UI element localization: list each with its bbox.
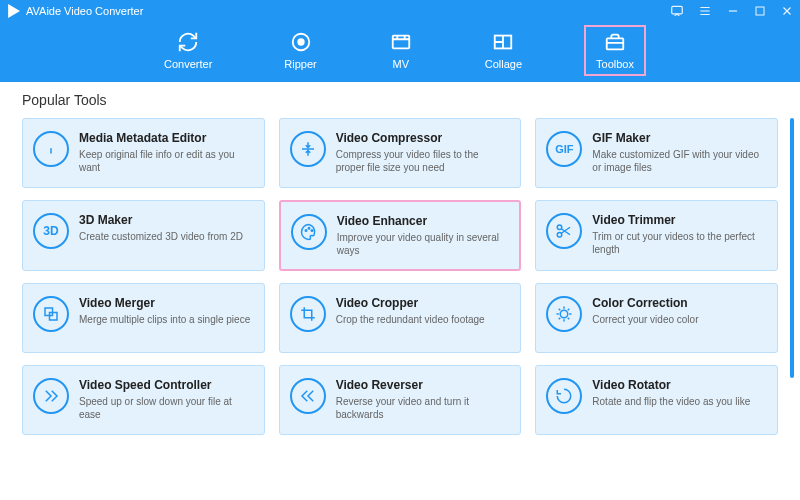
- tool-card-speed[interactable]: Video Speed ControllerSpeed up or slow d…: [22, 365, 265, 435]
- maximize-button[interactable]: [754, 5, 766, 17]
- tool-card-compress[interactable]: Video CompressorCompress your video file…: [279, 118, 522, 188]
- tool-text: Media Metadata EditorKeep original file …: [79, 131, 252, 174]
- collage-icon: [491, 31, 515, 53]
- tool-card-color[interactable]: Color CorrectionCorrect your video color: [535, 283, 778, 353]
- svg-rect-6: [607, 38, 624, 49]
- svg-rect-0: [672, 6, 683, 14]
- svg-point-8: [308, 228, 310, 230]
- tools-grid: Media Metadata EditorKeep original file …: [22, 118, 778, 435]
- nav-ripper[interactable]: Ripper: [274, 27, 326, 74]
- tool-text: GIF MakerMake customized GIF with your v…: [592, 131, 765, 174]
- menu-icon[interactable]: [698, 4, 712, 18]
- app-logo-icon: [6, 4, 20, 18]
- speed-icon: [33, 378, 69, 414]
- tool-desc: Improve your video quality in several wa…: [337, 231, 508, 257]
- tool-text: Video RotatorRotate and flip the video a…: [592, 378, 765, 408]
- titlebar: AVAide Video Converter: [0, 0, 800, 22]
- palette-icon: [291, 214, 327, 250]
- nav-label: Ripper: [284, 58, 316, 70]
- tool-card-merge[interactable]: Video MergerMerge multiple clips into a …: [22, 283, 265, 353]
- tool-desc: Correct your video color: [592, 313, 765, 326]
- toolbox-icon: [603, 31, 627, 53]
- tool-card-3d[interactable]: 3D3D MakerCreate customized 3D video fro…: [22, 200, 265, 271]
- content-area: Popular Tools Media Metadata EditorKeep …: [0, 82, 800, 500]
- converter-icon: [176, 31, 200, 53]
- 3d-icon: 3D: [33, 213, 69, 249]
- tool-card-palette[interactable]: Video EnhancerImprove your video quality…: [279, 200, 522, 271]
- tool-card-gif[interactable]: GIFGIF MakerMake customized GIF with you…: [535, 118, 778, 188]
- tool-title: Video Rotator: [592, 378, 765, 392]
- section-title: Popular Tools: [22, 92, 778, 108]
- nav-toolbox[interactable]: Toolbox: [584, 25, 646, 76]
- tool-title: Video Speed Controller: [79, 378, 252, 392]
- tool-desc: Rotate and flip the video as you like: [592, 395, 765, 408]
- tool-text: Video CropperCrop the redundant video fo…: [336, 296, 509, 326]
- compress-icon: [290, 131, 326, 167]
- minimize-button[interactable]: [726, 4, 740, 18]
- rotate-icon: [546, 378, 582, 414]
- tool-card-crop[interactable]: Video CropperCrop the redundant video fo…: [279, 283, 522, 353]
- tool-title: Video Cropper: [336, 296, 509, 310]
- app-header: AVAide Video Converter Converter Ripper …: [0, 0, 800, 82]
- tool-card-reverse[interactable]: Video ReverserReverse your video and tur…: [279, 365, 522, 435]
- tool-text: Video TrimmerTrim or cut your videos to …: [592, 213, 765, 256]
- gif-icon: GIF: [546, 131, 582, 167]
- close-button[interactable]: [780, 4, 794, 18]
- nav-mv[interactable]: MV: [379, 27, 423, 74]
- tool-card-rotate[interactable]: Video RotatorRotate and flip the video a…: [535, 365, 778, 435]
- tool-desc: Speed up or slow down your file at ease: [79, 395, 252, 421]
- tool-title: Video Enhancer: [337, 214, 508, 228]
- tool-title: Color Correction: [592, 296, 765, 310]
- mv-icon: [389, 31, 413, 53]
- tool-title: 3D Maker: [79, 213, 252, 227]
- tool-title: Video Reverser: [336, 378, 509, 392]
- app-title: AVAide Video Converter: [26, 5, 670, 17]
- nav-label: Collage: [485, 58, 522, 70]
- nav-label: Converter: [164, 58, 212, 70]
- svg-rect-4: [392, 35, 409, 48]
- svg-point-10: [558, 225, 563, 230]
- tool-desc: Create customized 3D video from 2D: [79, 230, 252, 243]
- tool-text: 3D MakerCreate customized 3D video from …: [79, 213, 252, 243]
- tool-desc: Reverse your video and turn it backwards: [336, 395, 509, 421]
- window-controls: [670, 4, 794, 18]
- nav-collage[interactable]: Collage: [475, 27, 532, 74]
- tool-desc: Make customized GIF with your video or i…: [592, 148, 765, 174]
- svg-point-3: [298, 39, 304, 45]
- scissors-icon: [546, 213, 582, 249]
- svg-point-14: [561, 310, 569, 318]
- nav-label: Toolbox: [596, 58, 634, 70]
- tool-text: Video EnhancerImprove your video quality…: [337, 214, 508, 257]
- tool-desc: Trim or cut your videos to the perfect l…: [592, 230, 765, 256]
- svg-rect-1: [756, 7, 764, 15]
- nav-converter[interactable]: Converter: [154, 27, 222, 74]
- tool-title: Video Merger: [79, 296, 252, 310]
- svg-point-11: [558, 233, 563, 238]
- ripper-icon: [289, 31, 313, 53]
- nav-label: MV: [392, 58, 409, 70]
- tool-card-scissors[interactable]: Video TrimmerTrim or cut your videos to …: [535, 200, 778, 271]
- tool-desc: Crop the redundant video footage: [336, 313, 509, 326]
- tool-title: Video Trimmer: [592, 213, 765, 227]
- merge-icon: [33, 296, 69, 332]
- tool-title: GIF Maker: [592, 131, 765, 145]
- tool-text: Video MergerMerge multiple clips into a …: [79, 296, 252, 326]
- tool-desc: Compress your video files to the proper …: [336, 148, 509, 174]
- tool-desc: Merge multiple clips into a single piece: [79, 313, 252, 326]
- tool-text: Video Speed ControllerSpeed up or slow d…: [79, 378, 252, 421]
- svg-point-9: [311, 230, 313, 232]
- tool-title: Video Compressor: [336, 131, 509, 145]
- tool-text: Video ReverserReverse your video and tur…: [336, 378, 509, 421]
- tool-card-info[interactable]: Media Metadata EditorKeep original file …: [22, 118, 265, 188]
- info-icon: [33, 131, 69, 167]
- tool-text: Video CompressorCompress your video file…: [336, 131, 509, 174]
- color-icon: [546, 296, 582, 332]
- feedback-icon[interactable]: [670, 4, 684, 18]
- tool-text: Color CorrectionCorrect your video color: [592, 296, 765, 326]
- svg-point-7: [305, 230, 307, 232]
- tool-title: Media Metadata Editor: [79, 131, 252, 145]
- tool-desc: Keep original file info or edit as you w…: [79, 148, 252, 174]
- scrollbar[interactable]: [790, 118, 794, 378]
- main-nav: Converter Ripper MV Collage Toolbox: [0, 22, 800, 82]
- crop-icon: [290, 296, 326, 332]
